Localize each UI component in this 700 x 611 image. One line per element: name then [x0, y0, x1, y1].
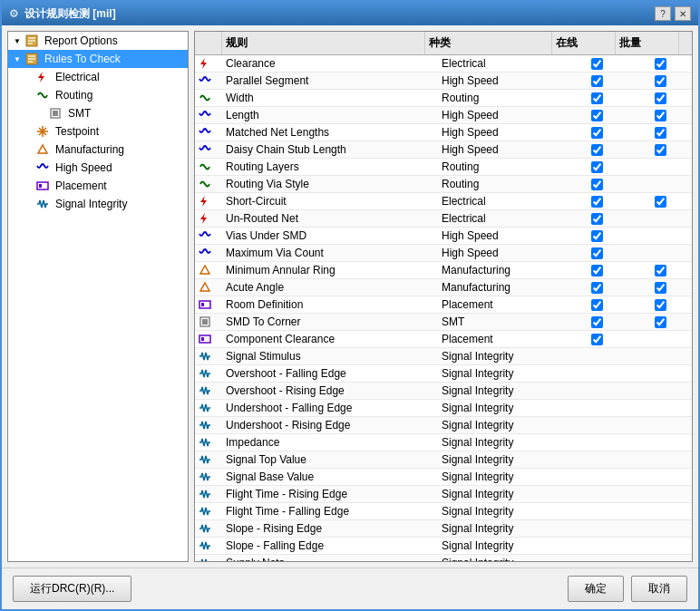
batch-cell[interactable]: [628, 503, 692, 519]
batch-cell[interactable]: [628, 73, 692, 89]
batch-checkbox[interactable]: [655, 92, 666, 104]
batch-cell[interactable]: [628, 400, 692, 416]
online-cell[interactable]: [565, 538, 628, 554]
online-checkbox[interactable]: [591, 92, 603, 104]
online-checkbox[interactable]: [591, 110, 603, 121]
expand-icon[interactable]: ▼: [12, 53, 23, 64]
tree-item-highspeed[interactable]: High Speed: [8, 159, 188, 177]
batch-checkbox[interactable]: [655, 58, 666, 70]
batch-checkbox[interactable]: [655, 282, 666, 294]
tree-item-testpoint[interactable]: Testpoint: [8, 122, 188, 141]
close-btn[interactable]: ✕: [675, 6, 691, 21]
batch-cell[interactable]: [628, 383, 692, 399]
batch-cell[interactable]: [628, 314, 692, 330]
online-checkbox[interactable]: [591, 127, 603, 139]
online-checkbox[interactable]: [591, 58, 603, 70]
online-cell[interactable]: [565, 296, 628, 313]
online-cell[interactable]: [565, 331, 628, 347]
batch-cell[interactable]: [628, 176, 692, 192]
online-checkbox[interactable]: [591, 265, 603, 276]
batch-checkbox[interactable]: [655, 75, 666, 87]
batch-cell[interactable]: [628, 228, 692, 244]
tree-item-manufacturing[interactable]: Manufacturing: [8, 141, 188, 159]
batch-checkbox[interactable]: [655, 144, 666, 156]
batch-cell[interactable]: [628, 348, 692, 364]
tree-item-electrical[interactable]: Electrical: [8, 68, 188, 86]
batch-cell[interactable]: [628, 210, 692, 227]
online-checkbox[interactable]: [591, 334, 603, 345]
online-cell[interactable]: [565, 314, 628, 330]
online-cell[interactable]: [565, 434, 628, 451]
online-cell[interactable]: [565, 90, 628, 106]
batch-cell[interactable]: [628, 555, 692, 561]
online-cell[interactable]: [565, 503, 628, 519]
online-checkbox[interactable]: [591, 299, 603, 311]
batch-cell[interactable]: [628, 434, 692, 451]
online-checkbox[interactable]: [591, 247, 603, 259]
online-checkbox[interactable]: [591, 161, 603, 173]
tree-item-routing[interactable]: Routing: [8, 86, 188, 104]
online-cell[interactable]: [565, 193, 628, 209]
batch-cell[interactable]: [628, 124, 692, 141]
online-cell[interactable]: [565, 520, 628, 537]
online-checkbox[interactable]: [591, 196, 603, 208]
batch-checkbox[interactable]: [655, 127, 666, 139]
cancel-btn[interactable]: 取消: [631, 576, 687, 602]
batch-checkbox[interactable]: [655, 110, 666, 121]
online-cell[interactable]: [565, 210, 628, 227]
batch-checkbox[interactable]: [655, 316, 666, 328]
online-cell[interactable]: [565, 451, 628, 468]
online-checkbox[interactable]: [591, 144, 603, 156]
tree-item-report-options[interactable]: ▼Report Options: [8, 32, 188, 50]
online-cell[interactable]: [565, 159, 628, 175]
batch-cell[interactable]: [628, 90, 692, 106]
online-cell[interactable]: [565, 124, 628, 141]
online-cell[interactable]: [565, 55, 628, 72]
tree-item-rules-to-check[interactable]: ▼Rules To Check: [8, 50, 188, 68]
online-checkbox[interactable]: [591, 75, 603, 87]
help-btn[interactable]: ?: [655, 6, 671, 21]
batch-cell[interactable]: [628, 193, 692, 209]
online-checkbox[interactable]: [591, 316, 603, 328]
batch-cell[interactable]: [628, 538, 692, 554]
batch-cell[interactable]: [628, 55, 692, 72]
online-cell[interactable]: [565, 107, 628, 123]
batch-cell[interactable]: [628, 107, 692, 123]
online-checkbox[interactable]: [591, 213, 603, 225]
online-cell[interactable]: [565, 469, 628, 485]
online-cell[interactable]: [565, 262, 628, 278]
online-cell[interactable]: [565, 141, 628, 158]
online-cell[interactable]: [565, 400, 628, 416]
batch-cell[interactable]: [628, 417, 692, 433]
batch-cell[interactable]: [628, 520, 692, 537]
tree-item-placement[interactable]: Placement: [8, 177, 188, 195]
batch-cell[interactable]: [628, 279, 692, 296]
batch-cell[interactable]: [628, 245, 692, 261]
batch-cell[interactable]: [628, 365, 692, 382]
online-cell[interactable]: [565, 486, 628, 502]
online-cell[interactable]: [565, 279, 628, 296]
online-cell[interactable]: [565, 365, 628, 382]
online-cell[interactable]: [565, 245, 628, 261]
expand-icon[interactable]: ▼: [12, 35, 23, 46]
batch-checkbox[interactable]: [655, 265, 666, 276]
batch-cell[interactable]: [628, 159, 692, 175]
online-cell[interactable]: [565, 555, 628, 561]
run-drc-btn[interactable]: 运行DRC(R)(R)...: [13, 576, 131, 602]
batch-cell[interactable]: [628, 331, 692, 347]
batch-cell[interactable]: [628, 469, 692, 485]
online-cell[interactable]: [565, 348, 628, 364]
online-cell[interactable]: [565, 176, 628, 192]
online-checkbox[interactable]: [591, 282, 603, 294]
ok-btn[interactable]: 确定: [568, 576, 624, 602]
batch-cell[interactable]: [628, 451, 692, 468]
batch-cell[interactable]: [628, 486, 692, 502]
online-cell[interactable]: [565, 417, 628, 433]
batch-cell[interactable]: [628, 262, 692, 278]
online-cell[interactable]: [565, 228, 628, 244]
online-cell[interactable]: [565, 383, 628, 399]
online-checkbox[interactable]: [591, 230, 603, 242]
tree-item-signal-integrity[interactable]: Signal Integrity: [8, 195, 188, 213]
tree-item-smt[interactable]: SMT: [8, 104, 188, 122]
batch-cell[interactable]: [628, 141, 692, 158]
